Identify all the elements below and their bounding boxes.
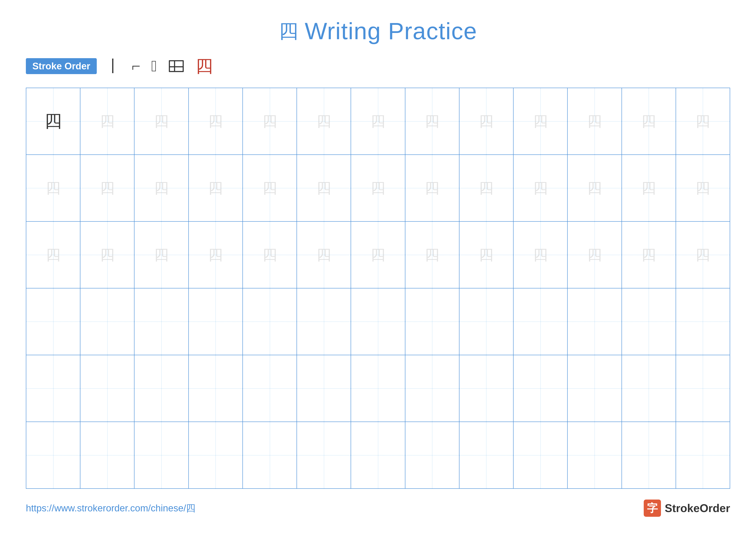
grid-cell-3-9[interactable]: 四 [459,222,514,288]
grid-cell-4-7[interactable] [351,289,405,355]
grid-cell-6-10[interactable] [514,422,568,488]
grid-cell-6-3[interactable] [134,422,189,488]
grid-cell-3-1[interactable]: 四 [26,222,80,288]
ghost-char: 四 [425,245,440,265]
grid-cell-5-13[interactable] [676,355,730,421]
grid-cell-4-9[interactable] [459,289,514,355]
grid-cell-5-5[interactable] [243,355,297,421]
grid-cell-3-6[interactable]: 四 [297,222,351,288]
grid-cell-6-2[interactable] [80,422,134,488]
grid-cell-4-13[interactable] [676,289,730,355]
grid-cell-2-7[interactable]: 四 [351,155,405,221]
ghost-char: 四 [371,245,385,265]
ghost-char: 四 [100,178,115,198]
grid-cell-5-11[interactable] [568,355,622,421]
grid-cell-4-8[interactable] [405,289,459,355]
grid-cell-5-7[interactable] [351,355,405,421]
grid-cell-1-11[interactable]: 四 [568,88,622,154]
grid-cell-5-12[interactable] [622,355,676,421]
ghost-char: 四 [46,245,61,265]
grid-cell-6-13[interactable] [676,422,730,488]
grid-cell-4-2[interactable] [80,289,134,355]
grid-row-1: 四 四 四 四 四 四 四 四 四 四 四 四 四 [26,88,730,155]
grid-cell-6-5[interactable] [243,422,297,488]
grid-cell-3-13[interactable]: 四 [676,222,730,288]
stroke-order-badge: Stroke Order [26,58,97,74]
grid-cell-3-12[interactable]: 四 [622,222,676,288]
grid-cell-4-10[interactable] [514,289,568,355]
grid-cell-4-11[interactable] [568,289,622,355]
grid-cell-1-6[interactable]: 四 [297,88,351,154]
grid-cell-1-13[interactable]: 四 [676,88,730,154]
grid-cell-3-8[interactable]: 四 [405,222,459,288]
ghost-char: 四 [587,112,602,131]
ghost-char: 四 [316,245,331,265]
grid-cell-6-9[interactable] [459,422,514,488]
grid-cell-1-10[interactable]: 四 [514,88,568,154]
grid-cell-2-10[interactable]: 四 [514,155,568,221]
grid-cell-2-8[interactable]: 四 [405,155,459,221]
grid-cell-2-13[interactable]: 四 [676,155,730,221]
grid-cell-3-7[interactable]: 四 [351,222,405,288]
ghost-char: 四 [316,178,331,198]
footer-url[interactable]: https://www.strokerorder.com/chinese/四 [26,502,196,515]
grid-cell-6-6[interactable] [297,422,351,488]
grid-cell-1-9[interactable]: 四 [459,88,514,154]
grid-cell-1-3[interactable]: 四 [134,88,189,154]
svg-rect-0 [169,61,183,71]
grid-cell-2-12[interactable]: 四 [622,155,676,221]
grid-cell-3-11[interactable]: 四 [568,222,622,288]
grid-cell-1-4[interactable]: 四 [189,88,243,154]
grid-cell-1-5[interactable]: 四 [243,88,297,154]
ghost-char: 四 [479,178,494,198]
grid-cell-4-6[interactable] [297,289,351,355]
ghost-char: 四 [154,112,169,131]
grid-cell-1-12[interactable]: 四 [622,88,676,154]
grid-cell-3-3[interactable]: 四 [134,222,189,288]
grid-cell-3-2[interactable]: 四 [80,222,134,288]
practice-grid: 四 四 四 四 四 四 四 四 四 四 四 四 四 四 四 四 四 四 四 四 … [26,88,730,489]
grid-cell-5-2[interactable] [80,355,134,421]
grid-cell-5-1[interactable] [26,355,80,421]
grid-cell-6-1[interactable] [26,422,80,488]
grid-cell-1-2[interactable]: 四 [80,88,134,154]
grid-cell-6-7[interactable] [351,422,405,488]
grid-cell-2-11[interactable]: 四 [568,155,622,221]
ghost-char: 四 [46,178,61,198]
grid-cell-3-10[interactable]: 四 [514,222,568,288]
grid-cell-4-12[interactable] [622,289,676,355]
grid-cell-2-9[interactable]: 四 [459,155,514,221]
grid-cell-5-4[interactable] [189,355,243,421]
grid-cell-1-8[interactable]: 四 [405,88,459,154]
grid-cell-2-6[interactable]: 四 [297,155,351,221]
grid-cell-6-8[interactable] [405,422,459,488]
grid-cell-5-8[interactable] [405,355,459,421]
ghost-char: 四 [262,112,277,131]
grid-cell-6-4[interactable] [189,422,243,488]
grid-cell-4-1[interactable] [26,289,80,355]
ghost-char: 四 [533,245,548,265]
grid-cell-5-10[interactable] [514,355,568,421]
grid-cell-4-3[interactable] [134,289,189,355]
grid-cell-3-5[interactable]: 四 [243,222,297,288]
grid-row-3: 四 四 四 四 四 四 四 四 四 四 四 四 四 [26,222,730,289]
grid-cell-1-1[interactable]: 四 [26,88,80,154]
grid-cell-2-2[interactable]: 四 [80,155,134,221]
grid-cell-5-9[interactable] [459,355,514,421]
grid-cell-5-3[interactable] [134,355,189,421]
grid-cell-2-1[interactable]: 四 [26,155,80,221]
grid-cell-2-4[interactable]: 四 [189,155,243,221]
grid-cell-5-6[interactable] [297,355,351,421]
stroke-step-1: 丨 [105,58,121,74]
ghost-char: 四 [425,112,440,131]
grid-cell-4-5[interactable] [243,289,297,355]
grid-cell-6-12[interactable] [622,422,676,488]
grid-cell-6-11[interactable] [568,422,622,488]
ghost-char: 四 [208,112,223,131]
grid-cell-3-4[interactable]: 四 [189,222,243,288]
grid-cell-2-3[interactable]: 四 [134,155,189,221]
grid-cell-1-7[interactable]: 四 [351,88,405,154]
ghost-char: 四 [262,245,277,265]
grid-cell-4-4[interactable] [189,289,243,355]
grid-cell-2-5[interactable]: 四 [243,155,297,221]
